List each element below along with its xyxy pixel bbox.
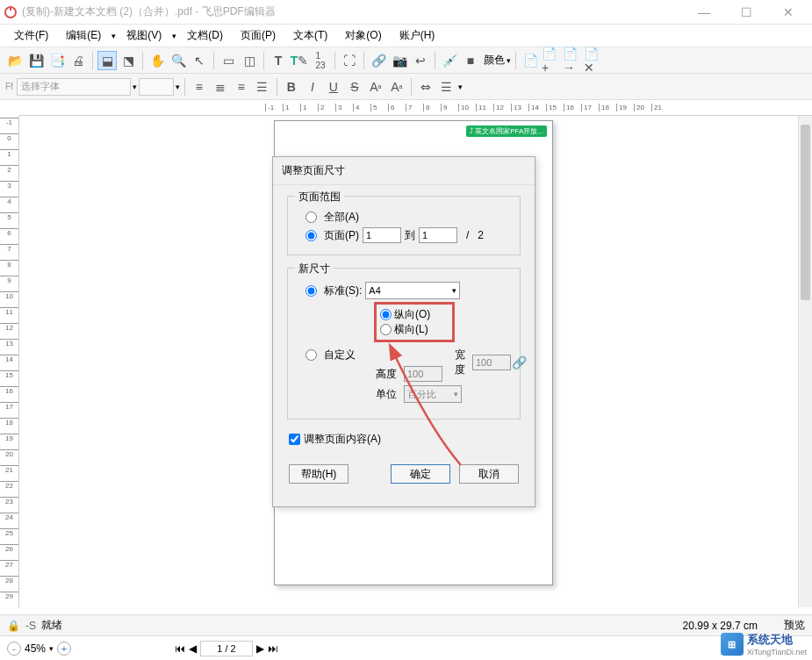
chevron-down-icon: ▾: [452, 286, 456, 295]
page-width-icon[interactable]: ⬔: [119, 51, 138, 70]
first-page-button[interactable]: ⏮: [175, 642, 185, 655]
help-button[interactable]: 帮助(H): [289, 464, 349, 484]
menu-account[interactable]: 账户(H): [392, 25, 442, 46]
link-icon[interactable]: 🔗: [369, 51, 388, 70]
zoom-icon[interactable]: 🔍: [169, 51, 188, 70]
redo-icon[interactable]: ↩: [411, 51, 430, 70]
footer-bar: - 45% ▾ + ⏮ ◀ ▶ ⏭: [0, 635, 812, 660]
align-justify-icon[interactable]: ☰: [253, 77, 272, 97]
close-button[interactable]: ✕: [776, 5, 801, 19]
page-input[interactable]: [200, 641, 253, 656]
select-rect-icon[interactable]: ▭: [219, 51, 238, 70]
align-left-icon[interactable]: ≡: [190, 77, 209, 97]
menu-file[interactable]: 文件(F): [7, 25, 55, 46]
cancel-button[interactable]: 取消: [459, 464, 519, 484]
bold-icon[interactable]: B: [282, 77, 301, 97]
adjust-content-label: 调整页面内容(A): [304, 432, 381, 447]
text-counter-icon[interactable]: 123: [311, 51, 330, 70]
underline-icon[interactable]: U: [324, 77, 343, 97]
strikethrough-icon[interactable]: S: [345, 77, 364, 97]
unit-label: 单位: [376, 387, 397, 402]
status-preview[interactable]: 预览: [784, 618, 805, 633]
adjust-content-checkbox[interactable]: [289, 434, 300, 445]
eyedropper-icon[interactable]: 💉: [440, 51, 459, 70]
lock-icon: 🔒: [7, 620, 20, 632]
menu-document[interactable]: 文档(D): [180, 25, 230, 46]
new-size-group: 新尺寸 标准(S): A4 ▾ 纵向(O) 横向(L): [287, 268, 521, 420]
unit-value: 百分比: [407, 388, 436, 401]
status-ready: 就绪: [41, 618, 62, 633]
status-bar: 🔒 -S 就绪 20.99 x 29.7 cm 预览: [0, 614, 812, 635]
subscript-icon[interactable]: Aa: [387, 77, 406, 97]
toolbar-format: Ff 选择字体 ▾ ▾ ≡ ≣ ≡ ☰ B I U S Aa Aa ⇔ ☰ ▾: [0, 74, 812, 100]
page-add-icon[interactable]: 📄+: [542, 51, 561, 70]
superscript-icon[interactable]: Aa: [366, 77, 385, 97]
maximize-button[interactable]: ☐: [734, 5, 758, 19]
prev-page-button[interactable]: ◀: [189, 642, 197, 655]
range-total: 2: [478, 229, 484, 241]
range-from-input[interactable]: [363, 227, 401, 243]
print-icon[interactable]: 🖨: [68, 51, 88, 70]
page-extract-icon[interactable]: 📄→: [563, 51, 582, 70]
link-dimensions-icon[interactable]: 🔗: [512, 355, 527, 369]
standard-radio[interactable]: [305, 285, 317, 297]
watermark-icon: ⊞: [721, 633, 744, 656]
page-delete-icon[interactable]: 📄✕: [584, 51, 603, 70]
portrait-radio[interactable]: [380, 309, 392, 320]
next-page-button[interactable]: ▶: [256, 642, 264, 655]
landscape-radio[interactable]: [380, 324, 392, 335]
fill-color-icon[interactable]: ■: [461, 51, 480, 70]
font-select[interactable]: 选择字体: [17, 78, 131, 96]
app-icon: [4, 6, 17, 18]
page-range-label: 页面范围: [295, 190, 344, 204]
ruler-horizontal: -11123456789101112131415161718192021: [19, 100, 812, 116]
select-lasso-icon[interactable]: ◫: [240, 51, 259, 70]
toolbar-main: 📂 💾 📑 🖨 ⬓ ⬔ ✋ 🔍 ↖ ▭ ◫ T T✎ 123 ⛶ 🔗 📷 ↩ 💉…: [0, 47, 812, 74]
menu-object[interactable]: 对象(O): [338, 25, 388, 46]
text-icon[interactable]: T: [269, 51, 288, 70]
zoom-out-button[interactable]: -: [7, 642, 21, 656]
align-right-icon[interactable]: ≡: [232, 77, 251, 97]
status-dimensions: 20.99 x 29.7 cm: [683, 620, 758, 632]
crop-icon[interactable]: ⛶: [340, 51, 359, 70]
chevron-down-icon: ▾: [454, 390, 458, 398]
minimize-button[interactable]: —: [692, 5, 716, 19]
save-as-icon[interactable]: 📑: [47, 51, 67, 70]
range-all-radio[interactable]: [305, 212, 317, 223]
save-icon[interactable]: 💾: [26, 51, 46, 70]
custom-radio[interactable]: [305, 349, 317, 361]
menu-edit[interactable]: 编辑(E): [59, 25, 108, 46]
range-all-label: 全部(A): [324, 210, 359, 225]
menu-view[interactable]: 视图(V): [119, 25, 169, 46]
dialog-footer: 帮助(H) 确定 取消: [273, 457, 535, 484]
menu-text[interactable]: 文本(T): [286, 25, 334, 46]
pointer-icon[interactable]: ↖: [190, 51, 209, 70]
page-navigation: ⏮ ◀ ▶ ⏭: [175, 641, 278, 656]
italic-icon[interactable]: I: [303, 77, 322, 97]
range-pages-label: 页面(P): [324, 228, 359, 243]
range-sep: /: [466, 229, 469, 241]
menu-page[interactable]: 页面(P): [234, 25, 283, 46]
last-page-button[interactable]: ⏭: [268, 642, 278, 655]
hand-icon[interactable]: ✋: [147, 51, 167, 70]
char-spacing-icon[interactable]: ⇔: [416, 77, 435, 97]
zoom-in-button[interactable]: +: [57, 642, 71, 656]
paper-size-value: A4: [369, 285, 380, 296]
dialog-title: 调整页面尺寸: [273, 157, 535, 185]
annotation-add-icon[interactable]: 📄: [521, 51, 540, 70]
range-pages-radio[interactable]: [305, 230, 317, 241]
align-center-icon[interactable]: ≣: [211, 77, 230, 97]
paper-size-select[interactable]: A4 ▾: [365, 282, 460, 299]
range-to-input[interactable]: [419, 227, 457, 243]
open-icon[interactable]: 📂: [5, 51, 25, 70]
camera-icon[interactable]: 📷: [390, 51, 409, 70]
page-badge: 英文名国家PFA开放...: [466, 126, 547, 137]
text-edit-icon[interactable]: T✎: [290, 51, 309, 70]
scroll-thumb[interactable]: [801, 125, 810, 300]
line-spacing-icon[interactable]: ☰: [437, 77, 456, 97]
size-select[interactable]: [139, 78, 174, 96]
range-to-label: 到: [405, 228, 415, 243]
vertical-scrollbar[interactable]: [798, 116, 812, 607]
page-fit-icon[interactable]: ⬓: [97, 51, 117, 70]
ok-button[interactable]: 确定: [391, 464, 450, 484]
